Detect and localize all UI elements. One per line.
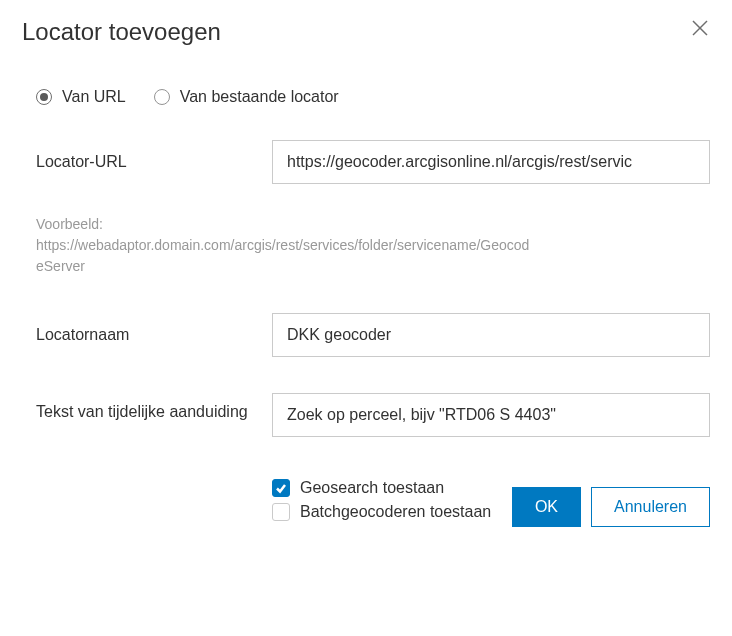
locator-name-input[interactable] (272, 313, 710, 357)
radio-label: Van URL (62, 88, 126, 106)
dialog-title: Locator toevoegen (22, 18, 710, 46)
add-locator-dialog: Locator toevoegen Van URL Van bestaande … (0, 0, 732, 543)
cancel-button[interactable]: Annuleren (591, 487, 710, 527)
source-radio-group: Van URL Van bestaande locator (36, 88, 710, 106)
row-placeholder-text: Tekst van tijdelijke aanduiding (36, 393, 710, 437)
example-text: Voorbeeld: https://webadaptor.domain.com… (36, 214, 536, 277)
row-locator-url: Locator-URL (36, 140, 710, 184)
radio-icon (154, 89, 170, 105)
checkbox-icon (272, 503, 290, 521)
radio-from-existing[interactable]: Van bestaande locator (154, 88, 339, 106)
batch-label: Batchgeocoderen toestaan (300, 503, 491, 521)
example-url: https://webadaptor.domain.com/arcgis/res… (36, 237, 529, 274)
locator-url-label: Locator-URL (36, 151, 272, 173)
geosearch-label: Geosearch toestaan (300, 479, 444, 497)
placeholder-text-input[interactable] (272, 393, 710, 437)
close-icon[interactable] (686, 14, 714, 42)
radio-from-url[interactable]: Van URL (36, 88, 126, 106)
checkbox-icon (272, 479, 290, 497)
ok-button[interactable]: OK (512, 487, 581, 527)
row-locator-name: Locatornaam (36, 313, 710, 357)
radio-icon (36, 89, 52, 105)
dialog-footer: OK Annuleren (512, 487, 710, 527)
example-label: Voorbeeld: (36, 216, 103, 232)
radio-label: Van bestaande locator (180, 88, 339, 106)
locator-url-input[interactable] (272, 140, 710, 184)
placeholder-text-label: Tekst van tijdelijke aanduiding (36, 393, 272, 423)
locator-name-label: Locatornaam (36, 324, 272, 346)
